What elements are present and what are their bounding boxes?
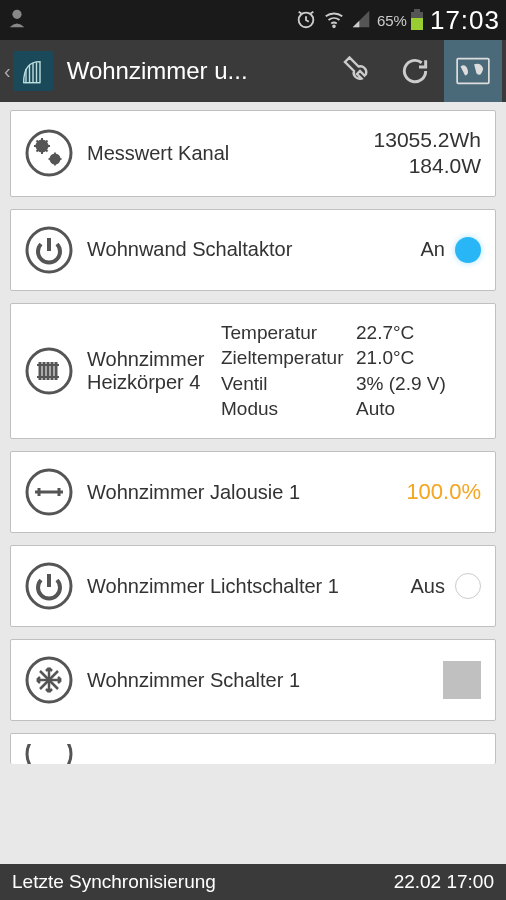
radiator-icon [25,347,73,395]
status-bar: 65% 17:03 [0,0,506,40]
toggle-switch[interactable] [455,573,481,599]
clock: 17:03 [430,5,500,36]
back-caret-icon: ‹ [4,60,11,83]
card-schalter-1[interactable]: Wohnzimmer Schalter 1 [10,639,496,721]
svg-point-2 [333,25,335,27]
world-map-icon [456,56,490,86]
target-label: Zieltemperatur [221,345,356,371]
power-icon [25,562,73,610]
cellular-icon [351,9,371,32]
card-label: Wohnzimmer Lichtschalter 1 [73,575,339,598]
refresh-button[interactable] [386,40,444,102]
card-wohnwand-schaltaktor[interactable]: Wohnwand Schaltaktor An [10,209,496,291]
card-label: Wohnwand Schaltaktor [73,238,292,261]
valve-label: Ventil [221,371,356,397]
card-label: Wohnzimmer Jalousie 1 [73,481,300,504]
action-buttons [328,40,502,102]
measurement-values: 13055.2Wh 184.0W [374,127,481,180]
valve-value: 3% (2.9 V) [356,371,446,397]
card-label: Wohnzimmer Heizkörper 4 [73,348,213,394]
energy-value: 13055.2Wh [374,127,481,153]
svg-point-41 [27,744,71,764]
svg-point-0 [12,10,21,19]
snowflake-icon [25,656,73,704]
gears-icon [25,129,73,177]
temp-value: 22.7°C [356,320,414,346]
svg-point-7 [27,131,71,175]
navigate-up-button[interactable]: ‹ [4,40,59,102]
card-label: Messwert Kanal [73,142,229,165]
page-title: Wohnzimmer u... [59,57,328,85]
sync-time: 22.02 17:00 [394,871,494,893]
map-button[interactable] [444,40,502,102]
mode-value: Auto [356,396,395,422]
card-lichtschalter[interactable]: Wohnzimmer Lichtschalter 1 Aus [10,545,496,627]
svg-rect-6 [457,59,489,84]
svg-line-13 [37,141,39,143]
sync-label: Letzte Synchronisierung [12,871,216,893]
wifi-icon [323,8,345,33]
card-heizkoerper[interactable]: Wohnzimmer Heizkörper 4 Temperatur22.7°C… [10,303,496,440]
svg-point-17 [51,155,59,163]
battery-indicator: 65% [377,9,424,31]
power-icon [25,226,73,274]
card-next-peek[interactable] [10,733,496,764]
action-bar: ‹ Wohnzimmer u... [0,40,506,102]
app-icon [13,51,53,91]
blind-percentage: 100.0% [406,479,481,505]
alarm-icon [295,8,317,33]
color-indicator[interactable] [443,661,481,699]
battery-icon [410,9,424,31]
svg-line-15 [37,150,39,152]
svg-rect-5 [411,18,423,30]
status-right: 65% 17:03 [295,5,500,36]
power-value: 184.0W [374,153,481,179]
card-label: Wohnzimmer Schalter 1 [73,669,300,692]
status-left [6,7,28,33]
svg-rect-4 [414,9,420,12]
card-jalousie[interactable]: Wohnzimmer Jalousie 1 100.0% [10,451,496,533]
card-messwert-kanal[interactable]: Messwert Kanal 13055.2Wh 184.0W [10,110,496,197]
notification-head-icon [6,7,28,33]
partial-icon [25,744,73,764]
svg-line-14 [46,150,48,152]
sync-footer: Letzte Synchronisierung 22.02 17:00 [0,864,506,900]
refresh-icon [399,55,431,87]
state-label: Aus [411,575,445,598]
content-area: Messwert Kanal 13055.2Wh 184.0W Wohnwand… [0,102,506,864]
toggle-switch[interactable] [455,237,481,263]
battery-percentage: 65% [377,12,407,29]
svg-line-16 [46,141,48,143]
settings-button[interactable] [328,40,386,102]
temp-label: Temperatur [221,320,356,346]
heater-details: Temperatur22.7°C Zieltemperatur21.0°C Ve… [213,320,446,423]
mode-label: Modus [221,396,356,422]
target-value: 21.0°C [356,345,414,371]
blind-icon [25,468,73,516]
state-label: An [421,238,445,261]
wrench-icon [339,53,375,89]
